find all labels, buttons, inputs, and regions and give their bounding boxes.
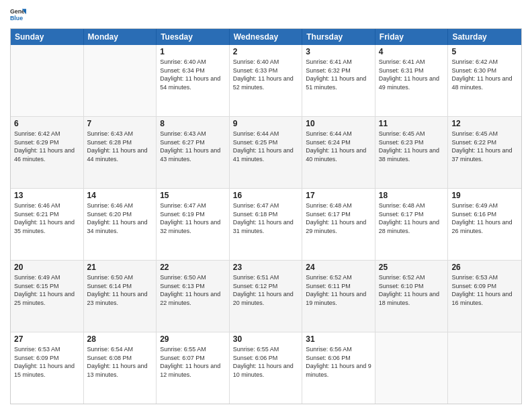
calendar-cell: 26Sunrise: 6:53 AM Sunset: 6:09 PM Dayli…	[448, 261, 521, 332]
day-number: 11	[379, 119, 445, 128]
calendar-cell: 10Sunrise: 6:44 AM Sunset: 6:24 PM Dayli…	[302, 117, 375, 188]
cell-text: Sunrise: 6:44 AM Sunset: 6:24 PM Dayligh…	[306, 130, 371, 163]
cell-text: Sunrise: 6:42 AM Sunset: 6:29 PM Dayligh…	[14, 130, 80, 163]
cell-text: Sunrise: 6:49 AM Sunset: 6:15 PM Dayligh…	[14, 273, 80, 307]
cell-text: Sunrise: 6:52 AM Sunset: 6:11 PM Dayligh…	[306, 273, 371, 307]
calendar-cell: 8Sunrise: 6:43 AM Sunset: 6:27 PM Daylig…	[157, 117, 230, 188]
calendar-body: 1Sunrise: 6:40 AM Sunset: 6:34 PM Daylig…	[11, 45, 521, 404]
header-day-thursday: Thursday	[302, 29, 375, 45]
day-number: 26	[451, 263, 518, 272]
calendar-header: SundayMondayTuesdayWednesdayThursdayFrid…	[11, 29, 521, 45]
cell-text: Sunrise: 6:43 AM Sunset: 6:27 PM Dayligh…	[160, 130, 226, 163]
page: General Blue SundayMondayTuesdayWednesda…	[0, 0, 532, 411]
calendar-cell: 1Sunrise: 6:40 AM Sunset: 6:34 PM Daylig…	[157, 45, 230, 116]
logo-icon: General Blue	[10, 7, 26, 23]
calendar-cell: 28Sunrise: 6:54 AM Sunset: 6:08 PM Dayli…	[84, 332, 157, 404]
calendar-cell: 15Sunrise: 6:47 AM Sunset: 6:19 PM Dayli…	[157, 189, 230, 260]
cell-text: Sunrise: 6:46 AM Sunset: 6:20 PM Dayligh…	[87, 201, 153, 235]
day-number: 12	[451, 119, 518, 128]
calendar-cell: 27Sunrise: 6:53 AM Sunset: 6:09 PM Dayli…	[11, 332, 84, 404]
calendar-cell: 18Sunrise: 6:48 AM Sunset: 6:17 PM Dayli…	[375, 189, 449, 260]
day-number: 1	[160, 47, 226, 56]
svg-text:Blue: Blue	[10, 15, 23, 21]
day-number: 29	[160, 334, 226, 344]
day-number: 21	[87, 263, 153, 272]
day-number: 22	[160, 263, 226, 272]
calendar-week-4: 20Sunrise: 6:49 AM Sunset: 6:15 PM Dayli…	[11, 260, 521, 332]
cell-text: Sunrise: 6:45 AM Sunset: 6:23 PM Dayligh…	[379, 130, 445, 163]
calendar-cell: 12Sunrise: 6:45 AM Sunset: 6:22 PM Dayli…	[448, 117, 521, 188]
calendar-cell: 7Sunrise: 6:43 AM Sunset: 6:28 PM Daylig…	[84, 117, 157, 188]
cell-text: Sunrise: 6:41 AM Sunset: 6:31 PM Dayligh…	[379, 58, 445, 91]
day-number: 28	[87, 334, 153, 344]
cell-text: Sunrise: 6:54 AM Sunset: 6:08 PM Dayligh…	[87, 345, 153, 379]
day-number: 15	[160, 191, 226, 200]
cell-text: Sunrise: 6:50 AM Sunset: 6:13 PM Dayligh…	[160, 273, 226, 307]
header-day-saturday: Saturday	[448, 29, 521, 45]
day-number: 23	[233, 263, 299, 272]
logo: General Blue	[10, 7, 29, 23]
cell-text: Sunrise: 6:41 AM Sunset: 6:32 PM Dayligh…	[306, 58, 371, 91]
calendar-cell: 20Sunrise: 6:49 AM Sunset: 6:15 PM Dayli…	[11, 261, 84, 332]
cell-text: Sunrise: 6:48 AM Sunset: 6:17 PM Dayligh…	[306, 201, 371, 235]
calendar-cell: 4Sunrise: 6:41 AM Sunset: 6:31 PM Daylig…	[375, 45, 449, 116]
calendar-cell	[84, 45, 157, 116]
calendar-cell: 25Sunrise: 6:52 AM Sunset: 6:10 PM Dayli…	[375, 261, 449, 332]
calendar-cell: 29Sunrise: 6:55 AM Sunset: 6:07 PM Dayli…	[157, 332, 230, 404]
cell-text: Sunrise: 6:40 AM Sunset: 6:34 PM Dayligh…	[160, 58, 226, 91]
cell-text: Sunrise: 6:47 AM Sunset: 6:18 PM Dayligh…	[233, 201, 299, 235]
calendar: SundayMondayTuesdayWednesdayThursdayFrid…	[10, 28, 522, 404]
cell-text: Sunrise: 6:49 AM Sunset: 6:16 PM Dayligh…	[451, 201, 518, 235]
calendar-cell: 19Sunrise: 6:49 AM Sunset: 6:16 PM Dayli…	[448, 189, 521, 260]
cell-text: Sunrise: 6:52 AM Sunset: 6:10 PM Dayligh…	[379, 273, 445, 307]
calendar-cell	[448, 332, 521, 404]
calendar-cell: 9Sunrise: 6:44 AM Sunset: 6:25 PM Daylig…	[230, 117, 303, 188]
cell-text: Sunrise: 6:53 AM Sunset: 6:09 PM Dayligh…	[14, 345, 80, 379]
calendar-cell: 13Sunrise: 6:46 AM Sunset: 6:21 PM Dayli…	[11, 189, 84, 260]
cell-text: Sunrise: 6:53 AM Sunset: 6:09 PM Dayligh…	[451, 273, 518, 307]
day-number: 10	[306, 119, 371, 128]
calendar-cell: 2Sunrise: 6:40 AM Sunset: 6:33 PM Daylig…	[230, 45, 303, 116]
cell-text: Sunrise: 6:44 AM Sunset: 6:25 PM Dayligh…	[233, 130, 299, 163]
calendar-cell: 5Sunrise: 6:42 AM Sunset: 6:30 PM Daylig…	[448, 45, 521, 116]
calendar-cell: 14Sunrise: 6:46 AM Sunset: 6:20 PM Dayli…	[84, 189, 157, 260]
day-number: 19	[451, 191, 518, 200]
cell-text: Sunrise: 6:42 AM Sunset: 6:30 PM Dayligh…	[451, 58, 518, 91]
calendar-cell: 22Sunrise: 6:50 AM Sunset: 6:13 PM Dayli…	[157, 261, 230, 332]
day-number: 20	[14, 263, 80, 272]
day-number: 31	[306, 334, 371, 344]
header-day-tuesday: Tuesday	[157, 29, 230, 45]
calendar-week-1: 1Sunrise: 6:40 AM Sunset: 6:34 PM Daylig…	[11, 45, 521, 116]
day-number: 8	[160, 119, 226, 128]
day-number: 25	[379, 263, 445, 272]
calendar-cell: 31Sunrise: 6:56 AM Sunset: 6:06 PM Dayli…	[302, 332, 375, 404]
calendar-cell: 24Sunrise: 6:52 AM Sunset: 6:11 PM Dayli…	[302, 261, 375, 332]
day-number: 2	[233, 47, 299, 56]
day-number: 30	[233, 334, 299, 344]
cell-text: Sunrise: 6:56 AM Sunset: 6:06 PM Dayligh…	[306, 345, 371, 379]
cell-text: Sunrise: 6:43 AM Sunset: 6:28 PM Dayligh…	[87, 130, 153, 163]
calendar-cell: 21Sunrise: 6:50 AM Sunset: 6:14 PM Dayli…	[84, 261, 157, 332]
day-number: 18	[379, 191, 445, 200]
cell-text: Sunrise: 6:47 AM Sunset: 6:19 PM Dayligh…	[160, 201, 226, 235]
calendar-cell: 30Sunrise: 6:55 AM Sunset: 6:06 PM Dayli…	[230, 332, 303, 404]
calendar-week-2: 6Sunrise: 6:42 AM Sunset: 6:29 PM Daylig…	[11, 116, 521, 188]
calendar-cell: 3Sunrise: 6:41 AM Sunset: 6:32 PM Daylig…	[302, 45, 375, 116]
calendar-cell: 17Sunrise: 6:48 AM Sunset: 6:17 PM Dayli…	[302, 189, 375, 260]
header-day-wednesday: Wednesday	[230, 29, 303, 45]
cell-text: Sunrise: 6:55 AM Sunset: 6:07 PM Dayligh…	[160, 345, 226, 379]
day-number: 7	[87, 119, 153, 128]
calendar-week-3: 13Sunrise: 6:46 AM Sunset: 6:21 PM Dayli…	[11, 188, 521, 260]
calendar-cell: 6Sunrise: 6:42 AM Sunset: 6:29 PM Daylig…	[11, 117, 84, 188]
day-number: 16	[233, 191, 299, 200]
day-number: 13	[14, 191, 80, 200]
cell-text: Sunrise: 6:46 AM Sunset: 6:21 PM Dayligh…	[14, 201, 80, 235]
header-day-sunday: Sunday	[11, 29, 84, 45]
day-number: 9	[233, 119, 299, 128]
header-day-friday: Friday	[375, 29, 449, 45]
calendar-cell	[375, 332, 449, 404]
day-number: 4	[379, 47, 445, 56]
cell-text: Sunrise: 6:51 AM Sunset: 6:12 PM Dayligh…	[233, 273, 299, 307]
day-number: 3	[306, 47, 371, 56]
header: General Blue	[10, 7, 522, 23]
